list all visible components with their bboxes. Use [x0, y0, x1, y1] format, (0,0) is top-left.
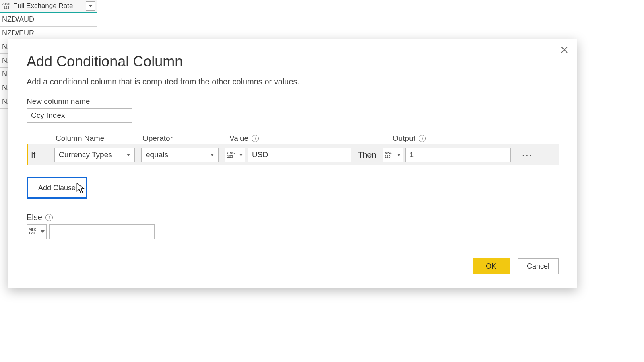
clause-headers: Column Name Operator Value i Output i	[27, 134, 559, 143]
info-icon[interactable]: i	[252, 135, 259, 142]
header-value: Value i	[229, 134, 392, 143]
chevron-down-icon	[41, 230, 45, 233]
grid-cell[interactable]: NZD/EUR	[0, 27, 97, 40]
chevron-down-icon	[210, 154, 214, 156]
new-column-name-label: New column name	[27, 97, 559, 106]
grid-cell[interactable]: NZD/AUD	[0, 13, 97, 27]
dialog-subtitle: Add a conditional column that is compute…	[27, 77, 559, 86]
close-icon	[561, 46, 568, 53]
column-header-name: Full Exchange Rate	[12, 2, 86, 10]
cancel-button[interactable]: Cancel	[518, 258, 559, 274]
header-operator: Operator	[142, 134, 229, 143]
else-label: Else i	[27, 213, 559, 222]
else-input[interactable]	[49, 224, 155, 239]
operator-select[interactable]: equals	[141, 148, 219, 162]
dialog-title: Add Conditional Column	[27, 53, 559, 70]
chevron-down-icon	[239, 154, 243, 156]
value-input[interactable]	[248, 148, 351, 162]
info-icon[interactable]: i	[45, 214, 53, 221]
add-clause-highlight: Add Clause	[27, 177, 87, 199]
clause-more-menu[interactable]: ···	[522, 149, 533, 161]
chevron-down-icon	[89, 5, 93, 7]
output-input[interactable]	[405, 148, 511, 162]
new-column-name-input[interactable]	[27, 108, 132, 123]
column-header[interactable]: ABC 123 Full Exchange Rate	[0, 0, 97, 13]
type-badge-icon: ABC 123	[385, 151, 393, 158]
then-label: Then	[351, 150, 383, 160]
column-name-select[interactable]: Currency Types	[54, 148, 135, 162]
header-output: Output i	[392, 134, 426, 143]
ok-button[interactable]: OK	[473, 258, 510, 274]
value-type-select[interactable]: ABC 123	[225, 148, 245, 162]
column-header-dropdown[interactable]	[86, 1, 95, 11]
type-badge-icon: ABC 123	[29, 228, 37, 235]
else-type-select[interactable]: ABC 123	[27, 224, 47, 239]
close-button[interactable]	[559, 44, 570, 56]
chevron-down-icon	[397, 154, 401, 156]
header-column-name: Column Name	[56, 134, 142, 143]
if-label: If	[28, 150, 54, 160]
info-icon[interactable]: i	[419, 135, 426, 142]
output-type-select[interactable]: ABC 123	[383, 148, 403, 162]
add-conditional-column-dialog: Add Conditional Column Add a conditional…	[8, 39, 577, 288]
add-clause-button[interactable]: Add Clause	[31, 181, 83, 195]
type-badge-icon: ABC 123	[0, 2, 12, 10]
chevron-down-icon	[126, 154, 130, 156]
type-badge-icon: ABC 123	[227, 151, 235, 158]
clause-row: If Currency Types equals ABC 123 Then	[27, 144, 559, 165]
